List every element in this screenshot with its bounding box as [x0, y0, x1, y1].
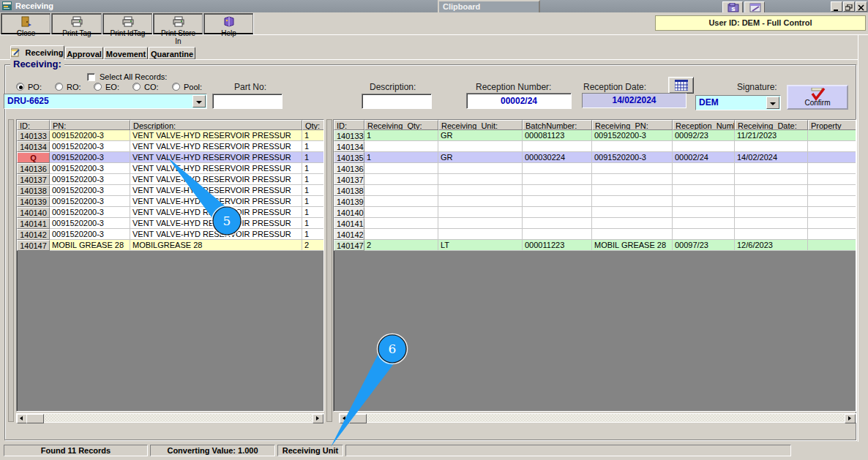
print-store-in-button[interactable]: Print Store In	[153, 13, 203, 34]
table-cell[interactable]	[523, 141, 592, 152]
column-header[interactable]: Description:	[130, 120, 302, 130]
row-id-cell[interactable]: 140141	[334, 218, 364, 229]
table-cell[interactable]: 1	[364, 152, 438, 163]
table-row[interactable]: 140141	[334, 218, 856, 229]
table-cell[interactable]: 2	[364, 240, 438, 251]
calendar-button[interactable]	[668, 77, 694, 94]
table-cell[interactable]	[808, 163, 856, 174]
row-id-cell[interactable]: 140139	[17, 196, 50, 207]
row-id-cell[interactable]: 140140	[17, 207, 50, 218]
table-cell[interactable]: 1	[302, 207, 324, 218]
table-cell[interactable]	[735, 218, 808, 229]
table-row[interactable]: 140137	[334, 174, 856, 185]
table-cell[interactable]	[438, 196, 523, 207]
table-cell[interactable]	[735, 174, 808, 185]
table-cell[interactable]: 14/02/2024	[735, 152, 808, 163]
table-cell[interactable]	[364, 185, 438, 196]
table-cell[interactable]	[592, 141, 673, 152]
table-cell[interactable]	[735, 207, 808, 218]
table-cell[interactable]: 0091520200-3	[50, 218, 130, 229]
table-cell[interactable]	[592, 185, 673, 196]
table-cell[interactable]: 1	[302, 229, 324, 240]
table-cell[interactable]: 0091520200-3	[50, 174, 130, 185]
table-cell[interactable]: VENT VALVE-HYD RESERVOIR PRESSUR	[130, 152, 302, 163]
scrollbar-thumb[interactable]	[349, 414, 367, 423]
table-cell[interactable]: 0091520200-3	[50, 229, 130, 240]
restore-button[interactable]	[843, 1, 855, 12]
table-row[interactable]: 140134	[334, 141, 856, 152]
table-cell[interactable]	[808, 196, 856, 207]
table-cell[interactable]: 0091520200-3	[592, 130, 673, 141]
column-header[interactable]: Receiving_Qty:	[364, 120, 438, 130]
table-row[interactable]: 1401380091520200-3VENT VALVE-HYD RESERVO…	[17, 185, 323, 196]
table-cell[interactable]: 0091520200-3	[50, 207, 130, 218]
table-row[interactable]: 1401400091520200-3VENT VALVE-HYD RESERVO…	[17, 207, 323, 218]
table-row[interactable]: 1401331GR0000811230091520200-300092/2311…	[334, 130, 856, 141]
table-cell[interactable]: 00002/24	[673, 152, 735, 163]
table-cell[interactable]	[808, 229, 856, 240]
table-row[interactable]: 140138	[334, 185, 856, 196]
row-id-cell[interactable]: Q	[17, 152, 50, 163]
left-table-hscrollbar[interactable]	[16, 413, 324, 423]
row-id-cell[interactable]: 140138	[334, 185, 364, 196]
chevron-down-icon[interactable]	[766, 97, 779, 109]
table-cell[interactable]: 1	[302, 152, 324, 163]
table-cell[interactable]	[808, 174, 856, 185]
radio-ro[interactable]	[55, 83, 63, 91]
row-id-cell[interactable]: 140134	[334, 141, 364, 152]
radio-pool[interactable]	[172, 83, 180, 91]
table-cell[interactable]: VENT VALVE-HYD RESERVOIR PRESSUR	[130, 185, 302, 196]
reception-date-field[interactable]: 14/02/2024	[582, 93, 686, 108]
table-cell[interactable]: 00097/23	[673, 240, 735, 251]
table-cell[interactable]	[592, 207, 673, 218]
close-window-button[interactable]	[856, 1, 867, 12]
column-header[interactable]: Qty:	[302, 120, 324, 130]
table-cell[interactable]	[364, 207, 438, 218]
table-row[interactable]: 1401351GR0000302240091520200-300002/2414…	[334, 152, 856, 163]
column-header[interactable]: Receiving_Date:	[735, 120, 808, 130]
table-cell[interactable]: 0091520200-3	[50, 196, 130, 207]
column-header[interactable]: Reception_Numbe	[673, 120, 735, 130]
table-cell[interactable]: 0091520200-3	[50, 185, 130, 196]
table-cell[interactable]: VENT VALVE-HYD RESERVOIR PRESSUR	[130, 218, 302, 229]
table-cell[interactable]	[438, 174, 523, 185]
table-row[interactable]: 1401330091520200-3VENT VALVE-HYD RESERVO…	[17, 130, 323, 141]
table-cell[interactable]	[438, 207, 523, 218]
table-cell[interactable]: 12/6/2023	[735, 240, 808, 251]
column-header[interactable]: Property	[808, 120, 856, 130]
reception-number-field[interactable]: 00002/24	[466, 93, 572, 109]
table-cell[interactable]	[673, 196, 735, 207]
table-cell[interactable]	[592, 174, 673, 185]
table-cell[interactable]	[438, 163, 523, 174]
table-cell[interactable]	[735, 141, 808, 152]
receiving-details-table[interactable]: ID:Receiving_Qty:Receiving_Unit:BatchNum…	[333, 119, 856, 412]
table-cell[interactable]: GR	[438, 152, 523, 163]
table-cell[interactable]: 1	[302, 218, 324, 229]
print-tag-button[interactable]: Print Tag	[51, 13, 102, 34]
table-row[interactable]: 140136	[334, 163, 856, 174]
table-cell[interactable]: 1	[302, 130, 324, 141]
table-row[interactable]: 1401390091520200-3VENT VALVE-HYD RESERVO…	[17, 196, 323, 207]
column-header[interactable]: ID:	[334, 120, 364, 130]
row-id-cell[interactable]: 140137	[334, 174, 364, 185]
column-header[interactable]: BatchNumber:	[523, 120, 592, 130]
table-cell[interactable]	[438, 185, 523, 196]
table-row[interactable]: 140147MOBIL GREASE 28MOBILGREASE 282	[17, 240, 323, 251]
close-button[interactable]: Close	[1, 13, 50, 34]
receiving-orders-table[interactable]: ID:PN:Description:Qty:1401330091520200-3…	[16, 119, 324, 412]
scroll-right-icon[interactable]	[845, 414, 856, 423]
table-cell[interactable]	[808, 218, 856, 229]
table-cell[interactable]	[364, 218, 438, 229]
table-cell[interactable]: 1	[302, 163, 324, 174]
table-cell[interactable]: 0091520200-3	[50, 152, 130, 163]
row-id-cell[interactable]: 140139	[334, 196, 364, 207]
receiving-unit-status[interactable]: Receiving Unit	[277, 445, 343, 456]
table-cell[interactable]: VENT VALVE-HYD RESERVOIR PRESSUR	[130, 174, 302, 185]
table-cell[interactable]	[735, 185, 808, 196]
confirm-button[interactable]: Confirm	[787, 85, 848, 110]
table-cell[interactable]: MOBILGREASE 28	[130, 240, 302, 251]
tab-quarantine[interactable]: Quarantine	[149, 47, 195, 59]
table-cell[interactable]	[673, 229, 735, 240]
table-row[interactable]: 1401472LT000011223MOBIL GREASE 2800097/2…	[334, 240, 856, 251]
row-id-cell[interactable]: 140147	[17, 240, 50, 251]
